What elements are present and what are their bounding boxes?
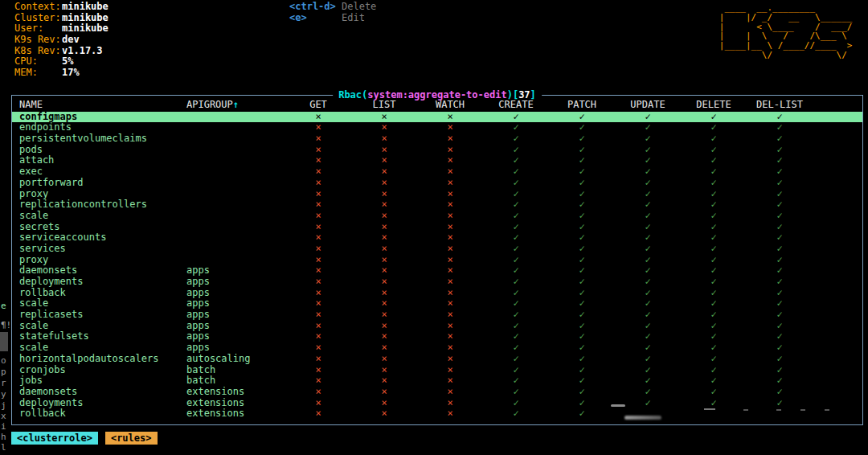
cross-mark-icon: × — [351, 189, 417, 200]
cross-mark-icon: × — [351, 298, 417, 309]
check-mark-icon: ✓ — [615, 199, 681, 211]
check-mark-icon: ✓ — [747, 133, 813, 145]
column-header-create[interactable]: CREATE — [483, 100, 549, 111]
check-mark-icon: ✓ — [615, 166, 681, 178]
table-row[interactable]: configmaps ×××✓✓✓✓✓ — [12, 112, 862, 123]
crumb-rules[interactable]: <rules> — [105, 432, 158, 445]
row-apigroup: extensions — [185, 398, 285, 409]
cross-mark-icon: × — [351, 166, 417, 178]
cross-mark-icon: × — [285, 178, 351, 189]
cpu-value: 5% — [62, 55, 73, 67]
table-row[interactable]: attach ×××✓✓✓✓✓ — [12, 155, 862, 166]
row-name: scale — [12, 211, 185, 222]
check-mark-icon: ✓ — [747, 365, 813, 376]
cpu-row: CPU:5% — [14, 56, 108, 68]
table-row[interactable]: deployments apps ×××✓✓✓✓✓ — [12, 277, 862, 288]
table-row[interactable]: secrets ×××✓✓✓✓✓ — [12, 222, 862, 233]
cross-mark-icon: × — [285, 342, 351, 354]
cross-mark-icon: × — [285, 222, 351, 233]
table-row[interactable]: deployments extensions ×××✓✓✓✓✓ — [12, 398, 862, 409]
column-header-apigroup[interactable]: APIGROUP↑ — [185, 100, 285, 111]
table-row[interactable]: proxy ×××✓✓✓✓✓ — [12, 189, 862, 200]
check-mark-icon: ✓ — [747, 145, 813, 156]
row-name: persistentvolumeclaims — [12, 133, 185, 145]
check-mark-icon: ✓ — [549, 277, 615, 288]
row-name: jobs — [12, 375, 185, 387]
table-row[interactable]: horizontalpodautoscalers autoscaling ×××… — [12, 354, 862, 365]
k9s-ascii-logo: ____ __.________ | |/ _/ __ \______ | < … — [719, 3, 858, 60]
check-mark-icon: ✓ — [681, 331, 747, 342]
row-apigroup — [185, 232, 285, 244]
check-mark-icon: ✓ — [681, 309, 747, 321]
column-header-patch[interactable]: PATCH — [549, 100, 615, 111]
cross-mark-icon: × — [285, 155, 351, 166]
column-header-watch[interactable]: WATCH — [417, 100, 483, 111]
cross-mark-icon: × — [351, 309, 417, 321]
check-mark-icon: ✓ — [681, 222, 747, 233]
table-row[interactable]: services ×××✓✓✓✓✓ — [12, 244, 862, 255]
check-mark-icon: ✓ — [615, 277, 681, 288]
table-row[interactable]: replicationcontrollers ×××✓✓✓✓✓ — [12, 199, 862, 211]
row-name: daemonsets — [12, 265, 185, 277]
table-row[interactable]: endpoints ×××✓✓✓✓✓ — [12, 122, 862, 133]
cross-mark-icon: × — [285, 145, 351, 156]
column-header-del-list[interactable]: DEL-LIST — [747, 100, 813, 111]
check-mark-icon: ✓ — [681, 255, 747, 266]
table-row[interactable]: scale ×××✓✓✓✓✓ — [12, 211, 862, 222]
row-name: configmaps — [12, 112, 185, 123]
check-mark-icon: ✓ — [483, 387, 549, 398]
table-row[interactable]: proxy ×××✓✓✓✓✓ — [12, 255, 862, 266]
table-row[interactable]: cronjobs batch ×××✓✓✓✓✓ — [12, 365, 862, 376]
row-name: secrets — [12, 222, 185, 233]
check-mark-icon: ✓ — [483, 211, 549, 222]
table-row[interactable]: replicasets apps ×××✓✓✓✓✓ — [12, 309, 862, 321]
check-mark-icon: ✓ — [615, 189, 681, 200]
crumb-clusterrole[interactable]: <clusterrole> — [11, 432, 98, 445]
table-row[interactable]: statefulsets apps ×××✓✓✓✓✓ — [12, 331, 862, 342]
cluster-label: Cluster: — [14, 13, 62, 24]
table-row[interactable]: rollback extensions ×××✓✓ — [12, 408, 862, 420]
table-row[interactable]: portforward ×××✓✓✓✓✓ — [12, 178, 862, 189]
context-value: minikube — [62, 1, 108, 12]
column-header-list[interactable]: LIST — [351, 100, 417, 111]
cross-mark-icon: × — [417, 155, 483, 166]
row-apigroup — [185, 244, 285, 255]
check-mark-icon: ✓ — [549, 178, 615, 189]
title-bracket-open: )[ — [507, 89, 518, 100]
table-row[interactable]: pods ×××✓✓✓✓✓ — [12, 145, 862, 156]
column-header-get[interactable]: GET — [285, 100, 351, 111]
table-row[interactable]: exec ×××✓✓✓✓✓ — [12, 166, 862, 178]
table-row[interactable]: jobs batch ×××✓✓✓✓✓ — [12, 375, 862, 387]
k9s-rev-value: dev — [62, 34, 80, 45]
check-mark-icon: ✓ — [681, 155, 747, 166]
table-row[interactable]: scale apps ×××✓✓✓✓✓ — [12, 321, 862, 332]
check-mark-icon: ✓ — [681, 122, 747, 133]
cross-mark-icon: × — [285, 331, 351, 342]
column-header-update[interactable]: UPDATE — [615, 100, 681, 111]
table-row[interactable]: rollback apps ×××✓✓✓✓✓ — [12, 288, 862, 299]
row-apigroup — [185, 133, 285, 145]
row-apigroup: extensions — [185, 408, 285, 420]
check-mark-icon: ✓ — [549, 133, 615, 145]
check-mark-icon: ✓ — [615, 321, 681, 332]
edge-glyph: l — [1, 443, 6, 453]
check-mark-icon: ✓ — [483, 298, 549, 309]
check-mark-icon: ✓ — [681, 244, 747, 255]
table-row[interactable]: persistentvolumeclaims ×××✓✓✓✓✓ — [12, 133, 862, 145]
column-header-delete[interactable]: DELETE — [681, 100, 747, 111]
table-row[interactable]: daemonsets extensions ×××✓✓✓✓✓ — [12, 387, 862, 398]
check-mark-icon: ✓ — [681, 178, 747, 189]
title-resource: Rbac( — [338, 89, 367, 100]
table-row[interactable]: scale apps ×××✓✓✓✓✓ — [12, 342, 862, 354]
table-row[interactable]: scale apps ×××✓✓✓✓✓ — [12, 298, 862, 309]
check-mark-icon: ✓ — [615, 265, 681, 277]
k8s-rev-value: v1.17.3 — [62, 45, 103, 56]
table-row[interactable]: serviceaccounts ×××✓✓✓✓✓ — [12, 232, 862, 244]
context-label: Context: — [14, 2, 62, 13]
cross-mark-icon: × — [351, 277, 417, 288]
column-header-name[interactable]: NAME — [12, 100, 185, 111]
cross-mark-icon: × — [351, 112, 417, 123]
check-mark-icon: ✓ — [747, 387, 813, 398]
table-row[interactable]: daemonsets apps ×××✓✓✓✓✓ — [12, 265, 862, 277]
check-mark-icon: ✓ — [483, 166, 549, 178]
